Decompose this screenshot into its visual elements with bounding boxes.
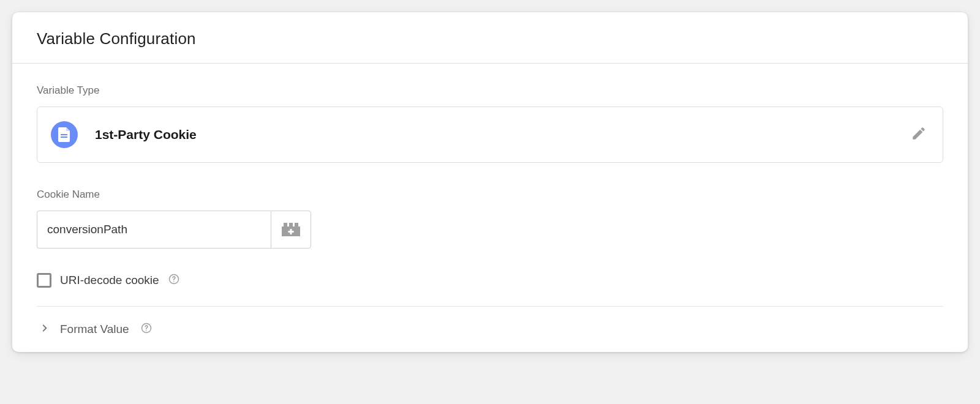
variable-type-name: 1st-Party Cookie [95, 127, 891, 142]
page-icon [51, 121, 78, 148]
format-value-toggle[interactable]: Format Value [37, 323, 943, 336]
cookie-name-label: Cookie Name [37, 189, 943, 201]
svg-rect-4 [289, 223, 293, 226]
uri-decode-label: URI-decode cookie [60, 274, 159, 287]
svg-rect-1 [61, 137, 67, 138]
card-body: Variable Type 1st-Party Cookie [12, 64, 968, 352]
question-circle-icon [168, 274, 179, 287]
svg-rect-0 [61, 134, 67, 135]
edit-variable-type-button[interactable] [908, 124, 929, 145]
card-header: Variable Configuration [12, 12, 968, 64]
uri-decode-help-button[interactable] [168, 274, 180, 286]
insert-variable-button[interactable] [271, 211, 311, 249]
chevron-right-icon [40, 324, 49, 335]
svg-point-9 [173, 281, 175, 282]
pencil-icon [911, 125, 927, 144]
variable-config-card: Variable Configuration Variable Type 1st… [12, 12, 968, 352]
cookie-name-input[interactable] [37, 211, 271, 249]
variable-type-selector[interactable]: 1st-Party Cookie [37, 107, 943, 163]
svg-rect-3 [284, 223, 287, 226]
format-value-help-button[interactable] [140, 323, 153, 335]
svg-rect-5 [295, 223, 298, 226]
cookie-name-input-group [37, 211, 311, 249]
uri-decode-checkbox[interactable] [37, 273, 51, 288]
brick-plus-icon [281, 222, 301, 238]
uri-decode-row: URI-decode cookie [37, 273, 943, 307]
variable-type-label: Variable Type [37, 84, 943, 97]
svg-point-11 [146, 330, 147, 331]
svg-rect-7 [288, 231, 294, 233]
format-value-label: Format Value [60, 323, 129, 336]
card-title: Variable Configuration [37, 29, 943, 48]
question-circle-icon [141, 323, 152, 336]
